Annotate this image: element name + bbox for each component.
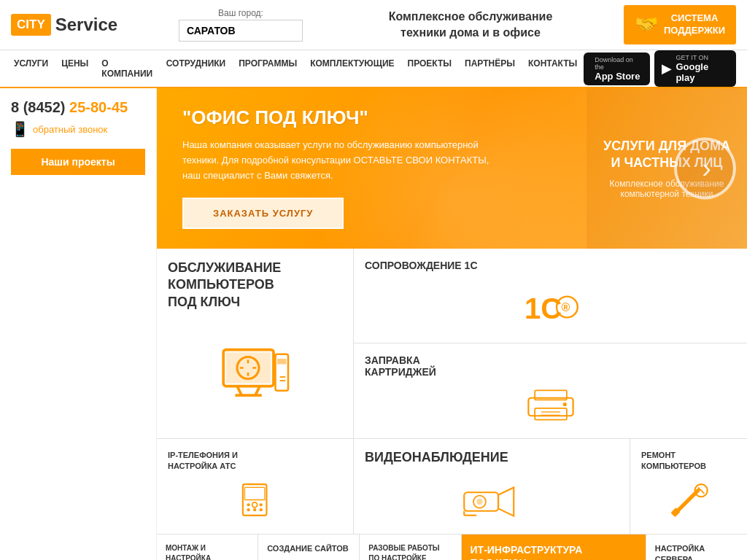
- svg-point-26: [247, 503, 249, 506]
- city-label: Ваш город:: [218, 8, 263, 18]
- logo-city-badge: CITY: [11, 14, 51, 36]
- google-play-button[interactable]: ▶ GET IT ON Google play: [654, 50, 736, 87]
- support-label: СИСТЕМА ПОДДЕРЖКИ: [664, 12, 725, 37]
- service-cartridge-title: ЗАПРАВКАКАРТРИДЖЕЙ: [365, 354, 736, 378]
- google-play-sub: GET IT ON: [676, 54, 729, 61]
- nav-about[interactable]: О КОМПАНИИ: [95, 51, 159, 86]
- hero-description: Наша компания оказывает услуги по обслуж…: [182, 138, 496, 183]
- arrow-right-icon: ›: [702, 153, 711, 184]
- service-websites[interactable]: СОЗДАНИЕ САЙТОВ www: [258, 534, 360, 560]
- service-it-infra-title: ИТ-ИНФРАСТРУКТУРАПОД КЛЮЧ: [471, 543, 637, 560]
- service-onetime[interactable]: РАЗОВЫЕ РАБОТЫ ПО НАСТРОЙКЕ КОМПЬЮТЕРОВ: [360, 534, 461, 560]
- service-websites-title: СОЗДАНИЕ САЙТОВ: [267, 543, 350, 554]
- service-voip[interactable]: IP-ТЕЛЕФОНИЯ ИНАСТРОЙКА АТС: [157, 439, 354, 534]
- phone-device-icon: [168, 480, 342, 523]
- phone-number[interactable]: 8 (8452) 25-80-45: [11, 99, 145, 116]
- service-computers[interactable]: ОБСЛУЖИВАНИЕКОМПЬЮТЕРОВПОД КЛЮЧ: [157, 249, 354, 438]
- phone-icon: 📱: [11, 120, 29, 138]
- handshake-icon: 🤝: [635, 12, 658, 37]
- svg-point-33: [476, 499, 483, 505]
- service-it-infra[interactable]: ИТ-ИНФРАСТРУКТУРАПОД КЛЮЧ: [462, 534, 646, 560]
- navigation: УСЛУГИ ЦЕНЫ О КОМПАНИИ СОТРУДНИКИ ПРОГРА…: [0, 50, 747, 88]
- logo[interactable]: CITY Service: [11, 14, 164, 36]
- header-slogan: Комплексное обслуживание техники дома и …: [317, 9, 624, 42]
- service-onetime-title: РАЗОВЫЕ РАБОТЫ ПО НАСТРОЙКЕ КОМПЬЮТЕРОВ: [368, 543, 452, 560]
- printer-icon: [365, 384, 736, 427]
- svg-marker-34: [498, 488, 514, 516]
- city-select[interactable]: САРАТОВ: [179, 20, 303, 42]
- service-computers-title: ОБСЛУЖИВАНИЕКОМПЬЮТЕРОВПОД КЛЮЧ: [168, 260, 342, 311]
- svg-rect-24: [244, 487, 264, 499]
- service-cartridge[interactable]: ЗАПРАВКАКАРТРИДЖЕЙ: [354, 343, 747, 438]
- nav-partners[interactable]: ПАРТНЁРЫ: [458, 51, 522, 86]
- 1c-icon: 1С ®: [365, 285, 736, 332]
- svg-point-29: [253, 508, 256, 511]
- nav-contacts[interactable]: КОНТАКТЫ: [522, 51, 584, 86]
- nav-programs[interactable]: ПРОГРАММЫ: [232, 51, 303, 86]
- sidebar: 8 (8452) 25-80-45 📱 обратный звонок Наши…: [0, 88, 157, 560]
- nav-prices[interactable]: ЦЕНЫ: [55, 51, 95, 86]
- callback-link[interactable]: 📱 обратный звонок: [11, 120, 145, 138]
- service-repair[interactable]: РЕМОНТКОМПЬЮТЕРОВ: [630, 439, 747, 534]
- svg-point-27: [259, 503, 262, 506]
- svg-point-25: [252, 502, 257, 508]
- hero-section: "ОФИС ПОД КЛЮЧ" Наша компания оказывает …: [157, 88, 747, 249]
- city-selector: Ваш город: САРАТОВ: [164, 8, 317, 42]
- service-server[interactable]: НАСТРОЙКА СЕРВЕРА: [646, 534, 747, 560]
- svg-rect-19: [535, 408, 567, 420]
- google-play-icon: ▶: [662, 61, 672, 77]
- svg-line-37: [676, 491, 698, 513]
- app-buttons: Download on the App Store ▶ GET IT ON Go…: [584, 50, 740, 87]
- repair-icon: [641, 480, 736, 523]
- camera-icon: [365, 480, 619, 523]
- service-1c-title: СОПРОВОЖДЕНИЕ 1С: [365, 260, 736, 271]
- service-video-title: ВИДЕОНАБЛЮДЕНИЕ: [365, 450, 619, 465]
- svg-rect-11: [277, 359, 287, 365]
- nav-links: УСЛУГИ ЦЕНЫ О КОМПАНИИ СОТРУДНИКИ ПРОГРА…: [7, 51, 584, 86]
- hero-content: "ОФИС ПОД КЛЮЧ" Наша компания оказывает …: [157, 88, 587, 249]
- callback-text: обратный звонок: [33, 124, 107, 135]
- computer-icon: [168, 337, 342, 427]
- app-store-name: App Store: [595, 71, 643, 82]
- service-network-title: МОНТАЖ И НАСТРОЙКА ЛОКАЛЬНОЙ СЕТИ ПОД КЛ…: [166, 543, 249, 560]
- nav-projects[interactable]: ПРОЕКТЫ: [401, 51, 459, 86]
- support-button[interactable]: 🤝 СИСТЕМА ПОДДЕРЖКИ: [624, 5, 736, 44]
- nav-components[interactable]: КОМПЛЕКТУЮЩИЕ: [303, 51, 400, 86]
- nav-employees[interactable]: СОТРУДНИКИ: [160, 51, 233, 86]
- svg-point-30: [259, 508, 262, 511]
- service-server-title: НАСТРОЙКА СЕРВЕРА: [655, 543, 738, 560]
- our-projects-button[interactable]: Наши проекты: [11, 149, 145, 175]
- hero-arrow-circle[interactable]: ›: [674, 138, 736, 200]
- nav-services[interactable]: УСЛУГИ: [7, 51, 55, 86]
- svg-point-28: [247, 508, 249, 511]
- order-service-button[interactable]: ЗАКАЗАТЬ УСЛУГУ: [182, 198, 344, 229]
- logo-service-text: Service: [55, 15, 117, 35]
- services-grid: ОБСЛУЖИВАНИЕКОМПЬЮТЕРОВПОД КЛЮЧ: [157, 249, 747, 560]
- hero-title: "ОФИС ПОД КЛЮЧ": [182, 106, 565, 129]
- service-1c[interactable]: СОПРОВОЖДЕНИЕ 1С 1С ®: [354, 249, 747, 343]
- app-store-sub: Download on the: [595, 56, 643, 71]
- app-store-button[interactable]: Download on the App Store: [584, 52, 650, 85]
- service-voip-title: IP-ТЕЛЕФОНИЯ ИНАСТРОЙКА АТС: [168, 450, 342, 472]
- google-play-name: Google play: [676, 61, 729, 83]
- service-network[interactable]: МОНТАЖ И НАСТРОЙКА ЛОКАЛЬНОЙ СЕТИ ПОД КЛ…: [157, 534, 258, 560]
- service-video[interactable]: ВИДЕОНАБЛЮДЕНИЕ: [354, 439, 630, 534]
- svg-point-20: [562, 402, 566, 406]
- svg-text:®: ®: [561, 301, 570, 314]
- service-repair-title: РЕМОНТКОМПЬЮТЕРОВ: [641, 450, 736, 472]
